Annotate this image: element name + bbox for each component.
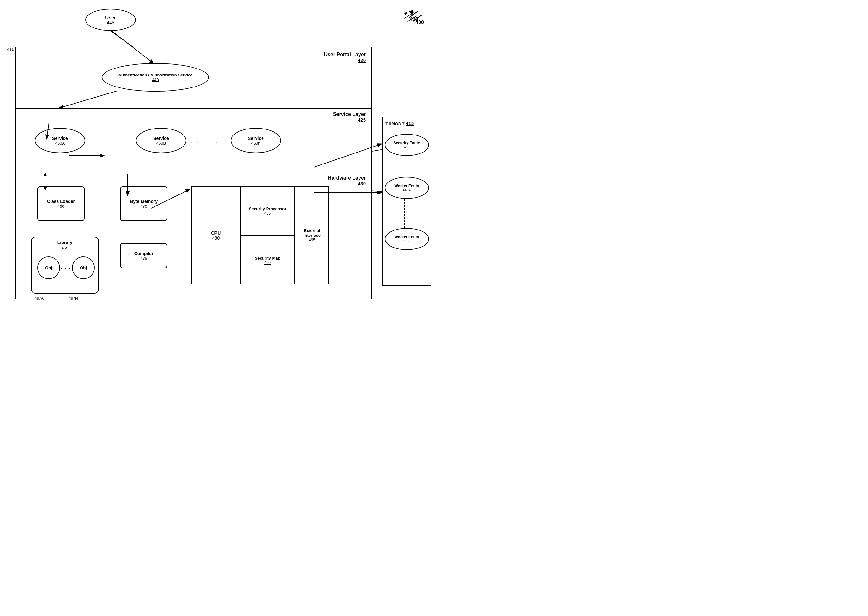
sec-entity-label: Security Entity <box>393 141 420 145</box>
main-box: User Portal Layer 420 Service Layer 425 … <box>15 47 372 299</box>
tenant-label: TENANT 415 <box>385 121 414 126</box>
svc-450n-label: Service <box>248 136 264 141</box>
auth-label: Authentication / Authorization Service <box>118 72 193 77</box>
tenant-box: TENANT 415 Security Entity 435 Worker En… <box>382 117 431 286</box>
worker-440n-ellipse: Worker Entity 440n <box>385 228 429 250</box>
cpu-section: CPU 480 <box>192 187 241 283</box>
ext-interface-ref: 495 <box>309 238 315 242</box>
security-map: Security Map 490 <box>241 236 294 285</box>
auth-ref: 448 <box>152 77 159 82</box>
ref-400: 400 <box>415 20 424 25</box>
sec-map-ref: 490 <box>264 261 271 265</box>
compiler-label: Compiler <box>134 251 154 256</box>
compiler-ref: 475 <box>140 256 147 261</box>
security-entity-ellipse: Security Entity 435 <box>385 134 429 156</box>
svc-450a-label: Service <box>52 136 68 141</box>
user-ellipse: User 445 <box>85 9 136 31</box>
cpu-ref: 480 <box>212 236 220 240</box>
class-loader-label: Class Loader <box>47 199 75 204</box>
sec-entity-ref: 435 <box>404 145 409 149</box>
security-processor: Security Processor 485 <box>241 187 294 236</box>
obj-dots: - - - <box>61 266 71 271</box>
auth-ellipse: Authentication / Authorization Service 4… <box>102 63 209 91</box>
user-label: User <box>105 15 116 20</box>
compiler-box: Compiler 475 <box>120 243 167 269</box>
worker-dashed-line <box>404 199 405 228</box>
ext-interface: External Interface 495 <box>294 187 329 283</box>
obj-a-circle: Obj <box>37 256 60 279</box>
obj-n-circle: Obj <box>72 256 95 279</box>
library-ref: 465 <box>31 246 98 250</box>
ext-interface-label: External Interface <box>295 228 329 238</box>
svg-marker-2 <box>404 11 407 15</box>
worker-440n-label: Worker Entity <box>395 235 419 239</box>
cpu-outer-box: CPU 480 Security Processor 485 Security … <box>191 186 329 284</box>
svc-450b-label: Service <box>153 136 169 141</box>
worker-440a-ref: 440A <box>403 188 411 192</box>
byte-memory-ref: 470 <box>140 204 147 209</box>
obj-a-ref: 497A <box>35 296 44 300</box>
diagram-container: 410 <box>0 0 434 308</box>
worker-440n-ref: 440n <box>403 239 410 243</box>
service-layer-title: Service Layer <box>333 112 366 117</box>
svc-450n-ref: 450n <box>252 141 261 146</box>
portal-layer-ref: 420 <box>324 57 366 63</box>
byte-memory-box: Byte Memory 470 <box>120 186 167 221</box>
sec-map-label: Security Map <box>255 256 280 261</box>
class-loader-ref: 460 <box>58 204 64 209</box>
portal-layer-title: User Portal Layer <box>324 52 366 57</box>
service-450a-ellipse: Service 450A <box>35 128 85 153</box>
sec-proc-ref: 485 <box>264 211 271 216</box>
byte-memory-label: Byte Memory <box>130 199 157 204</box>
service-dots: · · · · · <box>191 138 218 146</box>
svc-450a-ref: 450A <box>55 141 65 146</box>
library-box: Library 465 Obj - - - Obj <box>31 237 99 294</box>
worker-440a-label: Worker Entity <box>395 184 419 188</box>
hardware-layer-ref: 430 <box>328 181 366 186</box>
cpu-label: CPU <box>211 230 221 236</box>
service-450n-ellipse: Service 450n <box>231 128 281 153</box>
service-layer-label: Service Layer 425 <box>333 112 366 123</box>
class-loader-box: Class Loader 460 <box>37 186 85 221</box>
service-layer-ref: 425 <box>333 117 366 123</box>
service-450b-ellipse: Service 450B <box>136 128 186 153</box>
obj-n-ref: 497N <box>69 296 78 300</box>
worker-440a-ellipse: Worker Entity 440A <box>385 177 429 199</box>
user-ref: 445 <box>107 20 114 25</box>
hardware-layer-title: Hardware Layer <box>328 175 366 181</box>
ref-410: 410 <box>7 47 14 52</box>
sec-proc-label: Security Processor <box>249 206 286 211</box>
svg-marker-30 <box>409 10 413 15</box>
portal-layer-label: User Portal Layer 420 <box>324 52 366 63</box>
svc-450b-ref: 450B <box>156 141 166 146</box>
library-label: Library <box>31 240 98 245</box>
hardware-layer-label: Hardware Layer 430 <box>328 175 366 186</box>
